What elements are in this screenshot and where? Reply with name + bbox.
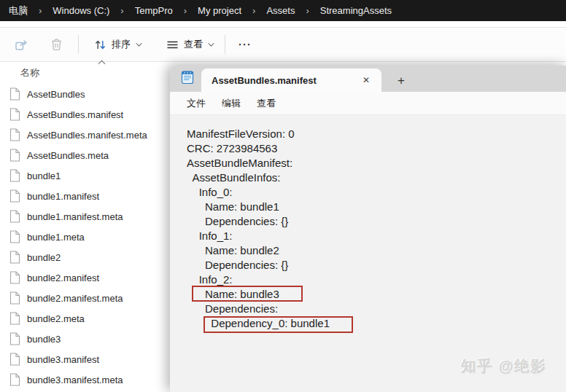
file-row[interactable]: AssetBundles.meta (0, 145, 173, 165)
file-list-panel: 名称 AssetBundles AssetBundles (0, 62, 173, 392)
menu-item[interactable]: 查看 (249, 94, 284, 113)
sort-arrows-icon (94, 39, 106, 51)
breadcrumb-item: 电脑 › (4, 3, 48, 19)
explorer-toolbar: 排序 查看 ⋯ (0, 27, 566, 62)
column-header-label: 名称 (20, 66, 39, 79)
file-name: bundle2.meta (27, 313, 85, 324)
file-name: AssetBundles.manifest.meta (27, 130, 147, 141)
file-row[interactable]: bundle1.meta (0, 227, 173, 247)
sort-ascending-icon (98, 60, 106, 68)
breadcrumb-item-label[interactable]: Assets (262, 4, 299, 17)
file-row[interactable]: AssetBundles.manifest.meta (0, 125, 173, 145)
screenshot-root: 电脑 › Windows (C:) › TempPro › My project… (0, 0, 566, 392)
breadcrumb-item-label[interactable]: Windows (C:) (48, 4, 114, 17)
view-button[interactable]: 查看 (161, 34, 217, 55)
share-button[interactable] (9, 34, 34, 55)
notepad-app-icon (180, 70, 195, 87)
breadcrumb-item: Assets › (262, 4, 315, 17)
close-tab-icon[interactable]: ✕ (358, 74, 374, 87)
notepad-editor[interactable]: ManifestFileVersion: 0 CRC: 2723984563 A… (170, 115, 566, 392)
file-icon (9, 230, 20, 243)
file-row[interactable]: bundle2.meta (0, 308, 173, 329)
view-button-label: 查看 (184, 38, 203, 51)
file-icon (9, 312, 20, 325)
file-list: AssetBundles AssetBundles.manifest (0, 84, 173, 390)
file-icon (9, 108, 20, 121)
highlight-box-dependency (203, 316, 353, 333)
file-row[interactable]: bundle1.manifest.meta (0, 206, 173, 227)
share-icon (15, 38, 28, 52)
breadcrumb-item-label[interactable]: 电脑 (4, 3, 32, 19)
watermark-text: 知乎 @绝影 (461, 356, 546, 376)
breadcrumb-item: Windows (C:) › (48, 4, 130, 17)
breadcrumb-item: StreamingAssets › (316, 4, 396, 17)
file-row[interactable]: bundle1 (0, 165, 173, 186)
file-icon (9, 149, 20, 162)
file-icon (9, 373, 20, 386)
chevron-down-icon (136, 40, 142, 46)
chevron-down-icon (208, 40, 214, 46)
file-icon (9, 210, 20, 223)
breadcrumb-bar: 电脑 › Windows (C:) › TempPro › My project… (0, 0, 566, 21)
file-icon (9, 271, 20, 284)
delete-button[interactable] (45, 34, 68, 55)
file-icon (9, 189, 20, 203)
file-row[interactable]: bundle2.manifest.meta (0, 288, 173, 308)
more-options-button[interactable]: ⋯ (233, 34, 257, 55)
file-icon (9, 87, 20, 101)
notepad-tab-bar: AssetBundles.manifest ✕ + (170, 66, 566, 92)
breadcrumb-item-label[interactable]: My project (193, 4, 246, 17)
sort-button-label: 排序 (112, 38, 131, 51)
notepad-window: AssetBundles.manifest ✕ + 文件 编辑 查看 Manif… (170, 66, 566, 392)
file-name: bundle3.manifest.meta (27, 375, 123, 385)
file-name: bundle1.manifest.meta (27, 211, 123, 222)
breadcrumb-item-label[interactable]: TempPro (131, 4, 177, 17)
trash-icon (50, 38, 63, 51)
more-options-icon: ⋯ (238, 38, 252, 51)
new-tab-button[interactable]: + (392, 74, 411, 88)
breadcrumb-chevron-icon: › (39, 6, 42, 15)
menu-item[interactable]: 文件 (179, 94, 214, 113)
file-icon (9, 291, 20, 305)
breadcrumb-chevron-icon: › (252, 6, 255, 15)
file-name: bundle1.manifest (27, 191, 99, 202)
breadcrumb-chevron-icon: › (306, 6, 309, 15)
toolbar-divider (78, 35, 79, 54)
file-name: bundle2 (27, 252, 61, 263)
file-row[interactable]: AssetBundles (0, 84, 173, 104)
file-icon (9, 128, 20, 141)
breadcrumb-chevron-icon: › (120, 6, 123, 15)
notepad-tab-active[interactable]: AssetBundles.manifest ✕ (201, 68, 381, 92)
sort-button[interactable]: 排序 (89, 34, 145, 55)
file-icon (9, 353, 20, 366)
breadcrumb-item-label[interactable]: StreamingAssets (316, 4, 396, 17)
file-name: AssetBundles.meta (27, 150, 109, 161)
column-header-name[interactable]: 名称 (0, 62, 173, 84)
breadcrumb-item: My project › (193, 4, 262, 17)
file-icon (9, 251, 20, 264)
file-row[interactable]: bundle1.manifest (0, 186, 173, 206)
breadcrumb-chevron-icon: › (184, 6, 187, 15)
file-name: bundle2.manifest.meta (27, 293, 123, 304)
file-name: bundle2.manifest (27, 273, 99, 283)
file-row[interactable]: AssetBundles.manifest (0, 104, 173, 125)
file-row[interactable]: bundle2 (0, 247, 173, 267)
file-name: bundle3 (27, 334, 61, 345)
file-row[interactable]: bundle3 (0, 329, 173, 349)
view-lines-icon (166, 39, 179, 50)
file-row[interactable]: bundle2.manifest (0, 267, 173, 288)
notepad-tab-title: AssetBundles.manifest (212, 75, 358, 86)
file-icon (9, 169, 20, 182)
toolbar-divider (225, 35, 225, 54)
file-name: AssetBundles.manifest (27, 109, 123, 120)
file-name: bundle1.meta (27, 232, 85, 243)
file-row[interactable]: bundle3.manifest.meta (0, 369, 173, 390)
file-name: bundle1 (27, 170, 61, 181)
file-row[interactable]: bundle3.manifest (0, 349, 173, 369)
file-icon (9, 332, 20, 345)
highlight-box-name-bundle3 (192, 286, 303, 302)
file-name: bundle3.manifest (27, 354, 99, 365)
notepad-menu-bar: 文件 编辑 查看 (170, 92, 566, 115)
breadcrumb: 电脑 › Windows (C:) › TempPro › My project… (4, 3, 396, 19)
menu-item[interactable]: 编辑 (214, 94, 249, 113)
